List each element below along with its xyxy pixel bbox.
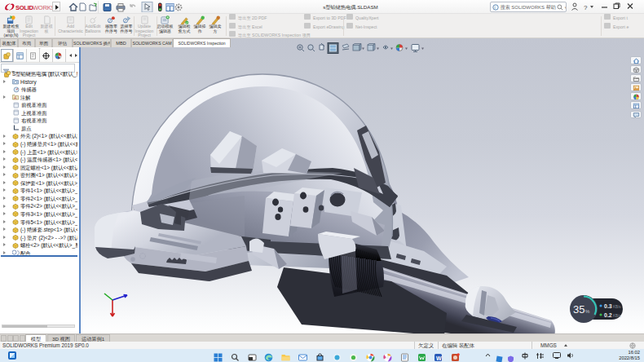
svg-text:0.3: 0.3 [604,303,612,309]
svg-text:35: 35 [573,303,584,316]
svg-text:0.2: 0.2 [604,312,612,318]
svg-text:KB/s: KB/s [613,305,621,309]
svg-text:%: % [585,309,590,314]
svg-text:KB/s: KB/s [613,314,621,318]
svg-text:SOLID: SOLID [15,4,34,11]
svg-text:W: W [436,355,442,361]
svg-text:i: i [495,5,496,10]
svg-text:?: ? [584,4,588,11]
